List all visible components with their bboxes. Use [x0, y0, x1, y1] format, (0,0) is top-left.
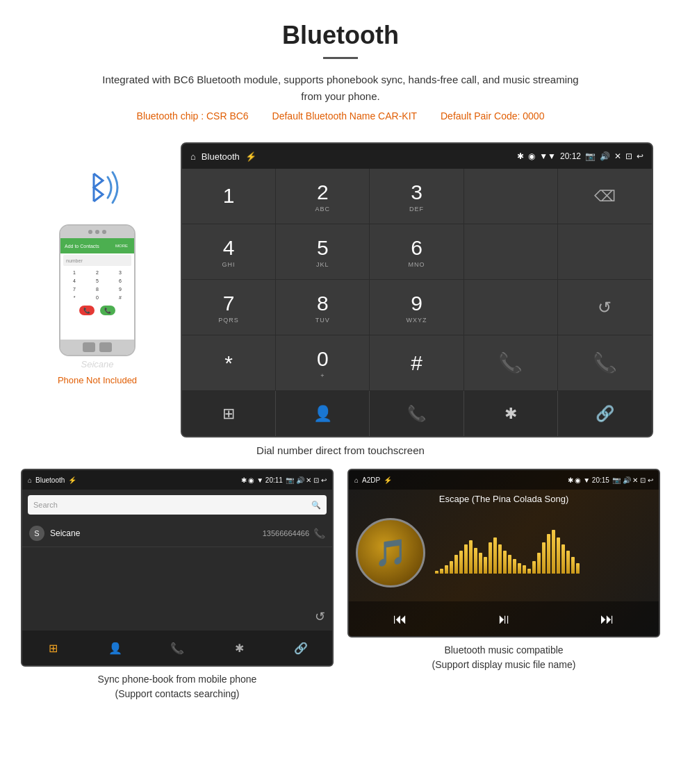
main-section: Add to ContactsMORE number 123 456 789 *… [0, 135, 681, 437]
phonebook-card: ⌂ Bluetooth ⚡ ✱ ◉ ▼ 20:11 📷 🔊 ✕ ⊡ ↩ Sear… [21, 469, 334, 701]
signal-icon: ▼▼ [539, 151, 556, 161]
viz-bar [435, 571, 438, 574]
album-art: 🎵 [356, 518, 425, 587]
dial-key-6[interactable]: 6MNO [370, 224, 463, 280]
viz-bar [542, 542, 545, 574]
song-title: Escape (The Pina Colada Song) [349, 490, 659, 504]
pb-toolbar: ⊞ 👤 📞 ✱ 🔗 [22, 631, 332, 665]
viz-bar [561, 544, 565, 574]
music-status-bar: ⌂ A2DP ⚡ ✱ ◉ ▼ 20:15 📷 🔊 ✕ ⊡ ↩ [349, 470, 659, 490]
dial-key-7[interactable]: 7PQRS [182, 280, 276, 335]
viz-bar [484, 557, 487, 574]
dial-empty-1 [464, 169, 558, 224]
specs-line: Bluetooth chip : CSR BC6 Default Bluetoo… [14, 110, 667, 122]
contact-row[interactable]: S Seicane 13566664466 📞 [22, 520, 332, 547]
dial-key-star[interactable]: * [182, 335, 276, 391]
page-title: Bluetooth [14, 21, 667, 50]
screen-title: Bluetooth [202, 151, 240, 162]
viz-bar [571, 557, 575, 574]
dial-key-8[interactable]: 8TUV [276, 280, 370, 335]
viz-bar [450, 561, 453, 574]
pb-sync-area: ↺ [22, 603, 332, 631]
pb-caption: Sync phone-book from mobile phone (Suppo… [21, 667, 334, 701]
play-pause-button[interactable]: ⏯ [452, 611, 556, 627]
viz-bar [576, 563, 580, 574]
dial-empty-2 [464, 224, 558, 280]
status-bar: ⌂ Bluetooth ⚡ ✱ ◉ ▼▼ 20:12 📷 🔊 ✕ ⊡ ↩ [182, 144, 652, 169]
music-info [435, 532, 652, 574]
pb-usb: ⚡ [68, 476, 76, 484]
music-note-icon: 🎵 [375, 537, 407, 568]
music-visualizer [435, 532, 652, 574]
dial-row-2: 4GHI 5JKL 6MNO [182, 224, 652, 280]
window-icon[interactable]: ⊡ [625, 151, 632, 161]
viz-bar [508, 555, 511, 574]
viz-bar [547, 534, 550, 574]
viz-bar [454, 555, 458, 574]
viz-bar [527, 569, 531, 574]
music-usb: ⚡ [384, 476, 392, 484]
dial-key-4[interactable]: 4GHI [182, 224, 276, 280]
viz-bar [523, 565, 526, 574]
pb-toolbar-contacts[interactable]: 👤 [84, 631, 146, 665]
close-icon[interactable]: ✕ [614, 151, 621, 161]
pb-home-icon[interactable]: ⌂ [28, 476, 32, 484]
dial-refresh[interactable]: ↺ [558, 280, 652, 335]
viz-bar [459, 551, 463, 574]
contact-avatar: S [29, 526, 44, 541]
back-icon[interactable]: ↩ [637, 151, 643, 161]
dial-caption: Dial number direct from touchscreen [0, 437, 681, 469]
dial-empty-3 [558, 224, 652, 280]
dial-key-1[interactable]: 1 [182, 169, 276, 224]
toolbar-bluetooth[interactable]: ✱ [464, 391, 558, 436]
dial-end-call-button[interactable]: 📞 [558, 335, 652, 391]
bottom-section: ⌂ Bluetooth ⚡ ✱ ◉ ▼ 20:11 📷 🔊 ✕ ⊡ ↩ Sear… [0, 469, 681, 722]
pb-empty-space [22, 547, 332, 603]
home-icon[interactable]: ⌂ [190, 151, 196, 162]
dial-backspace[interactable]: ⌫ [558, 169, 652, 224]
toolbar-link[interactable]: 🔗 [558, 391, 652, 436]
pb-title: Bluetooth [35, 476, 65, 484]
dial-call-button[interactable]: 📞 [464, 335, 558, 391]
viz-bar [493, 537, 497, 574]
dial-key-5[interactable]: 5JKL [276, 224, 370, 280]
toolbar-contacts[interactable]: 👤 [276, 391, 370, 436]
pb-toolbar-phone[interactable]: 📞 [146, 631, 208, 665]
music-home-icon[interactable]: ⌂ [354, 476, 359, 484]
dial-row-1: 1 2ABC 3DEF ⌫ [182, 169, 652, 224]
pb-toolbar-keypad[interactable]: ⊞ [22, 631, 84, 665]
dial-key-3[interactable]: 3DEF [370, 169, 463, 224]
viz-bar [566, 551, 570, 574]
watermark: Seicane [81, 359, 114, 369]
dial-row-3: 7PQRS 8TUV 9WXYZ ↺ [182, 280, 652, 335]
bluetooth-signal-icon [69, 163, 125, 217]
contact-number: 13566664466 [263, 529, 309, 537]
viz-bar [557, 537, 560, 574]
dial-toolbar: ⊞ 👤 📞 ✱ 🔗 [182, 391, 652, 436]
prev-button[interactable]: ⏮ [349, 611, 452, 627]
viz-bar [503, 551, 507, 574]
pb-toolbar-link[interactable]: 🔗 [270, 631, 332, 665]
volume-icon: 🔊 [600, 151, 610, 161]
status-right: ✱ ◉ ▼▼ 20:12 📷 🔊 ✕ ⊡ ↩ [517, 151, 643, 161]
bt-icon: ✱ [517, 151, 524, 161]
pb-search-area: Search 🔍 [22, 490, 332, 520]
dial-key-9[interactable]: 9WXYZ [370, 280, 463, 335]
dial-key-2[interactable]: 2ABC [276, 169, 370, 224]
search-icon[interactable]: 🔍 [311, 501, 321, 510]
contact-phone-icon[interactable]: 📞 [313, 528, 325, 539]
phonebook-screen: ⌂ Bluetooth ⚡ ✱ ◉ ▼ 20:11 📷 🔊 ✕ ⊡ ↩ Sear… [21, 469, 334, 667]
pb-toolbar-bluetooth[interactable]: ✱ [208, 631, 270, 665]
music-controls: ⏮ ⏯ ⏭ [349, 601, 659, 636]
toolbar-keypad[interactable]: ⊞ [182, 391, 276, 436]
status-left: ⌂ Bluetooth ⚡ [190, 151, 256, 162]
toolbar-phone[interactable]: 📞 [370, 391, 463, 436]
dial-key-hash[interactable]: # [370, 335, 463, 391]
viz-bar [513, 559, 516, 574]
viz-bar [532, 561, 536, 574]
next-button[interactable]: ⏭ [555, 611, 659, 627]
search-box[interactable]: Search 🔍 [28, 495, 327, 515]
sync-icon[interactable]: ↺ [315, 609, 325, 624]
dial-key-0[interactable]: 0+ [276, 335, 370, 391]
music-caption: Bluetooth music compatible (Support disp… [347, 637, 660, 672]
